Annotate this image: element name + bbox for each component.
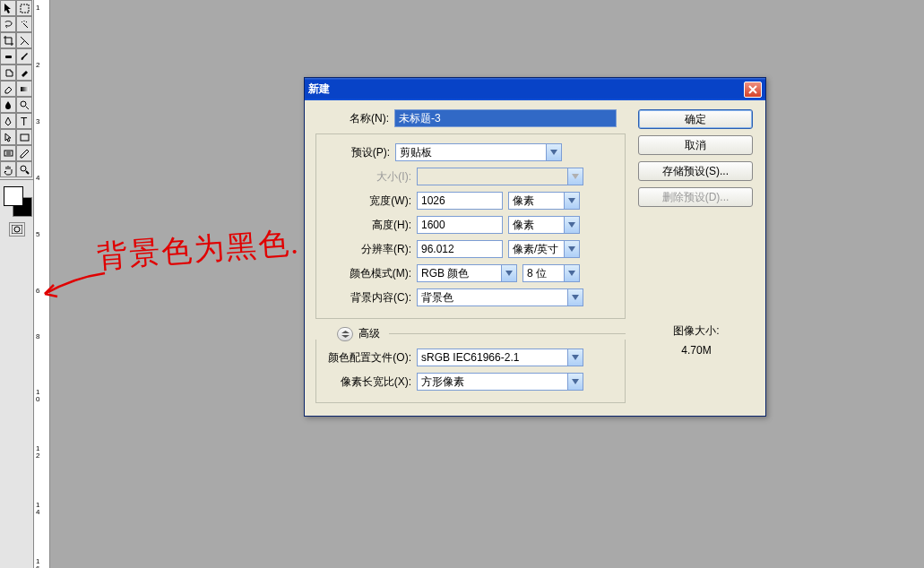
profile-label: 颜色配置文件(O): [320,350,417,366]
resolution-unit-dropdown[interactable]: 像素/英寸 [508,240,580,258]
height-label: 高度(H): [341,218,417,233]
colordepth-dropdown[interactable]: 8 位 [522,264,580,282]
tool-hand[interactable] [0,161,16,177]
tool-eyedropper[interactable] [16,145,32,161]
tool-marquee[interactable] [16,0,32,16]
chevron-down-icon [567,349,583,366]
size-dropdown [417,168,583,185]
cancel-button[interactable]: 取消 [638,135,753,155]
width-input[interactable] [417,192,503,210]
height-unit-dropdown[interactable]: 像素 [508,216,580,234]
tool-zoom[interactable] [16,161,32,177]
tool-clone[interactable] [0,65,16,81]
chevron-down-icon [564,265,579,281]
tool-pen[interactable] [0,113,16,129]
save-preset-button[interactable]: 存储预设(S)... [638,161,753,181]
width-label: 宽度(W): [341,194,417,209]
width-unit-dropdown[interactable]: 像素 [508,192,580,210]
height-input[interactable] [417,216,503,234]
new-document-dialog: 新建 名称(N): 预设(P): 剪贴板 [304,77,766,417]
svg-rect-5 [21,134,29,141]
svg-point-9 [14,227,20,232]
color-swatches [0,185,34,220]
resolution-label: 分辨率(R): [341,242,417,257]
toolbox: T [0,0,34,568]
tool-notes[interactable] [0,145,16,161]
close-button[interactable] [744,82,762,98]
chevron-down-icon [567,168,583,185]
image-size-info: 图像大小: 4.70M [638,323,755,357]
aspect-label: 像素长宽比(X): [320,374,417,390]
tool-shape[interactable] [16,129,32,145]
chevron-down-icon [501,265,516,281]
tool-dodge[interactable] [16,97,32,113]
svg-rect-1 [5,56,12,58]
bgcontent-label: 背景内容(C): [341,290,417,306]
bgcontent-dropdown[interactable]: 背景色 [417,288,583,306]
tool-crop[interactable] [0,32,16,48]
tool-slice[interactable] [16,32,32,48]
dialog-title: 新建 [308,82,744,97]
ok-button[interactable]: 确定 [638,109,753,129]
aspect-dropdown[interactable]: 方形像素 [417,373,583,391]
tool-text[interactable]: T [16,113,32,129]
tool-wand[interactable] [16,16,32,32]
chevron-down-icon [567,374,583,390]
chevron-down-icon [564,193,579,209]
vertical-ruler: 1 2 3 4 5 6 8 10 12 14 16 [34,0,50,568]
tool-path-select[interactable] [0,129,16,145]
delete-preset-button: 删除预设(D)... [638,187,753,207]
size-label: 大小(I): [341,169,417,185]
tool-brush[interactable] [16,48,32,65]
quickmask-button[interactable] [9,222,25,237]
colormode-label: 颜色模式(M): [341,266,417,281]
svg-point-7 [21,166,26,171]
chevron-down-icon [546,144,561,160]
svg-rect-6 [4,151,13,156]
tool-history-brush[interactable] [16,65,32,81]
chevron-down-icon [564,217,579,233]
preset-dropdown[interactable]: 剪贴板 [395,143,562,161]
tool-move[interactable] [0,0,16,16]
profile-dropdown[interactable]: sRGB IEC61966-2.1 [417,349,583,366]
svg-point-3 [21,101,26,107]
name-input[interactable] [394,109,617,127]
tool-healing[interactable] [0,48,16,65]
svg-rect-2 [21,87,29,91]
preset-group: 预设(P): 剪贴板 大小(I): 宽 [315,133,626,319]
foreground-color-swatch[interactable] [4,186,23,206]
name-label: 名称(N): [315,111,394,126]
dialog-titlebar[interactable]: 新建 [305,78,765,100]
svg-rect-0 [21,4,29,13]
chevron-down-icon [567,289,583,306]
colormode-dropdown[interactable]: RGB 颜色 [417,264,517,282]
tool-eraser[interactable] [0,81,16,97]
resolution-input[interactable] [417,240,503,258]
chevron-down-icon [564,241,579,257]
tool-gradient[interactable] [16,81,32,97]
svg-text:T: T [21,116,28,127]
tool-blur[interactable] [0,97,16,113]
tool-lasso[interactable] [0,16,16,32]
preset-label: 预设(P): [320,145,395,160]
advanced-group: 颜色配置文件(O): sRGB IEC61966-2.1 像素长宽比(X): 方… [315,340,626,403]
